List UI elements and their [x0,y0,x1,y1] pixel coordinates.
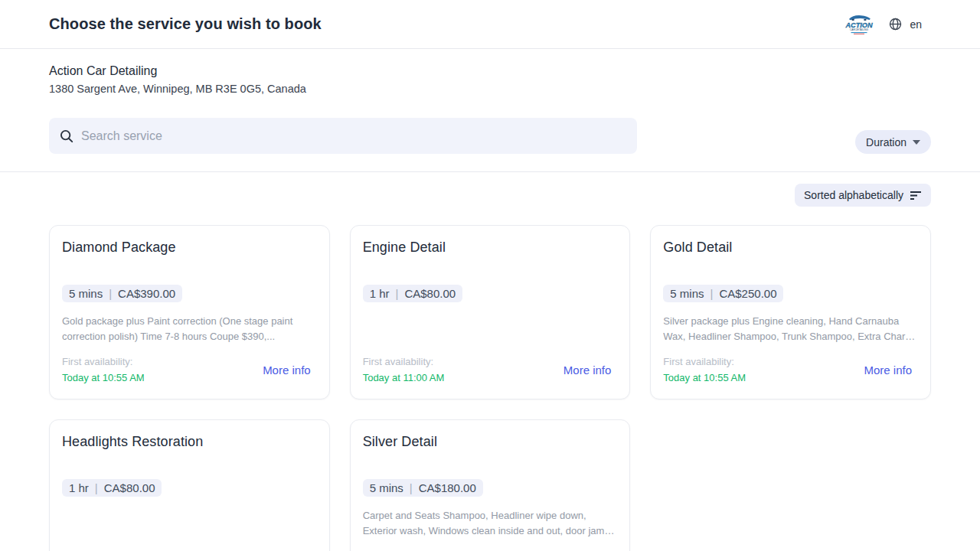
service-price: CA$80.00 [104,481,155,494]
action-car-detailing-logo-icon: ACTION CAR DETAILING [843,12,875,37]
top-bar: Choose the service you wish to book ACTI… [0,0,980,49]
business-address: 1380 Sargent Ave, Winnipeg, MB R3E 0G5, … [49,83,931,95]
search-box[interactable] [49,118,637,154]
badge-separator: | [109,287,112,300]
availability-time: Today at 10:55 AM [62,372,145,383]
availability-block: First availability: Today at 10:55 AM [663,356,746,383]
service-card-diamond-package[interactable]: Diamond Package 5 mins | CA$390.00 Gold … [49,225,330,399]
more-info-button[interactable]: More info [858,360,918,380]
sort-icon [910,191,922,201]
availability-time: Today at 11:00 AM [363,372,445,383]
svg-text:ACTION: ACTION [845,21,874,28]
card-footer: First availability: Today at 10:55 AM Mo… [62,356,317,383]
sort-row: Sorted alphabetically [49,184,931,207]
more-info-button[interactable]: More info [256,360,317,380]
service-description: Carpet and Seats Shampoo, Headliner wipe… [363,508,618,539]
service-description: Gold package plus Paint correction (One … [62,314,317,344]
service-card-silver-detail[interactable]: Silver Detail 5 mins | CA$180.00 Carpet … [350,419,631,551]
service-duration: 1 hr [69,481,89,494]
service-name: Diamond Package [62,240,317,256]
service-price: CA$390.00 [118,287,175,300]
badge-separator: | [710,287,714,300]
first-availability-label: First availability: [363,356,445,367]
card-footer: First availability: Today at 11:00 AM Mo… [363,356,618,383]
duration-filter-button[interactable]: Duration [855,130,931,154]
services-grid: Diamond Package 5 mins | CA$390.00 Gold … [49,225,931,551]
chevron-down-icon [913,140,920,145]
business-section: Action Car Detailing 1380 Sargent Ave, W… [0,49,980,172]
first-availability-label: First availability: [663,356,746,367]
svg-text:CAR DETAILING: CAR DETAILING [850,28,868,31]
service-duration: 5 mins [69,287,103,300]
first-availability-label: First availability: [62,356,145,367]
services-content: Sorted alphabetically Diamond Package 5 … [0,172,980,551]
service-duration: 5 mins [370,481,403,494]
service-card-engine-detail[interactable]: Engine Detail 1 hr | CA$80.00 First avai… [350,225,631,399]
search-icon [60,129,74,143]
service-name: Gold Detail [663,240,918,256]
language-selector[interactable]: en [889,18,922,31]
badge-separator: | [95,481,98,494]
language-code: en [910,18,922,31]
service-price: CA$80.00 [404,287,456,300]
duration-price-badge: 5 mins | CA$180.00 [363,479,483,497]
search-input[interactable] [81,129,626,143]
globe-icon [889,18,902,31]
service-price: CA$180.00 [419,481,476,494]
duration-price-badge: 1 hr | CA$80.00 [363,285,462,302]
badge-separator: | [396,287,399,300]
page-title: Choose the service you wish to book [49,15,843,33]
duration-filter-label: Duration [866,136,906,148]
service-name: Engine Detail [363,240,618,256]
badge-separator: | [410,481,413,494]
search-row: Duration [49,118,931,154]
more-info-button[interactable]: More info [557,360,618,380]
business-name: Action Car Detailing [49,64,931,78]
duration-price-badge: 5 mins | CA$390.00 [62,285,182,302]
service-duration: 1 hr [370,287,390,300]
duration-price-badge: 5 mins | CA$250.00 [663,285,783,302]
service-name: Headlights Restoration [62,434,317,450]
availability-block: First availability: Today at 11:00 AM [363,356,445,383]
service-duration: 5 mins [670,287,704,300]
service-name: Silver Detail [363,434,618,450]
service-card-headlights-restoration[interactable]: Headlights Restoration 1 hr | CA$80.00 F… [49,419,330,551]
duration-price-badge: 1 hr | CA$80.00 [62,479,162,497]
topbar-right-group: ACTION CAR DETAILING en [843,12,922,37]
sort-label: Sorted alphabetically [804,189,903,201]
availability-time: Today at 10:55 AM [663,372,746,383]
service-price: CA$250.00 [719,287,776,300]
service-card-gold-detail[interactable]: Gold Detail 5 mins | CA$250.00 Silver pa… [650,225,931,399]
service-description: Silver package plus Engine cleaning, Han… [663,314,918,344]
sort-button[interactable]: Sorted alphabetically [795,184,931,207]
availability-block: First availability: Today at 10:55 AM [62,356,145,383]
card-footer: First availability: Today at 10:55 AM Mo… [663,356,918,383]
